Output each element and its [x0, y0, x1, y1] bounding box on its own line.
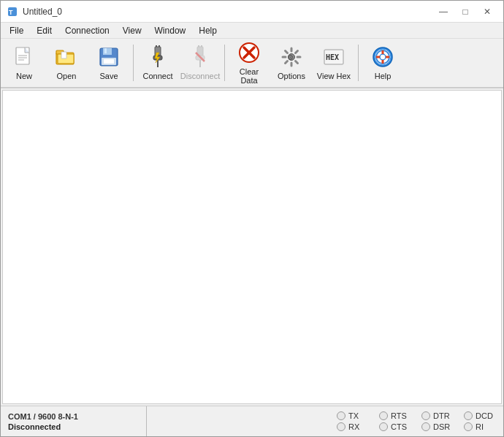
status-bar: COM1 / 9600 8-N-1 Disconnected TX RX RTS…	[1, 406, 503, 436]
rx-label: RX	[348, 422, 369, 431]
clear-data-label: Clear Data	[230, 67, 268, 85]
dtr-dsr-group: DTR DSR	[421, 411, 454, 431]
svg-rect-14	[104, 59, 114, 64]
dtr-led	[421, 411, 430, 420]
rts-led	[379, 411, 388, 420]
open-label: Open	[57, 72, 77, 80]
new-label: New	[16, 72, 32, 80]
rts-indicator-row: RTS	[379, 411, 411, 420]
rx-indicator-row: RX	[337, 422, 369, 431]
menu-help[interactable]: Help	[193, 24, 223, 37]
svg-rect-11	[103, 48, 112, 55]
dcd-ri-group: DCD RI	[464, 411, 496, 431]
menu-view[interactable]: View	[117, 24, 148, 37]
new-icon	[12, 45, 36, 69]
svg-line-37	[296, 51, 298, 53]
options-button[interactable]: ⚙ Options	[271, 41, 312, 85]
view-hex-icon: HEX	[322, 45, 345, 69]
disconnect-label: Disconnect	[180, 72, 220, 80]
connection-state: Disconnected	[8, 422, 139, 431]
svg-line-36	[296, 61, 298, 64]
dsr-indicator-row: DSR	[421, 422, 454, 431]
clear-data-button[interactable]: Clear Data	[229, 41, 270, 85]
connection-info: COM1 / 9600 8-N-1	[8, 412, 139, 421]
view-hex-label: View Hex	[317, 72, 351, 80]
close-button[interactable]: ✕	[477, 4, 497, 20]
dcd-indicator-row: DCD	[464, 411, 496, 420]
status-right: TX RX RTS CTS DTR	[147, 406, 503, 436]
dsr-label: DSR	[433, 422, 454, 431]
tx-label: TX	[348, 411, 369, 420]
svg-rect-12	[104, 48, 107, 53]
tx-led	[337, 411, 345, 420]
cts-indicator-row: CTS	[379, 422, 411, 431]
new-button[interactable]: New	[4, 41, 45, 85]
help-icon	[371, 45, 394, 69]
save-button[interactable]: Save	[88, 41, 129, 85]
rx-led	[337, 422, 345, 431]
menu-connection[interactable]: Connection	[59, 24, 115, 37]
cts-led	[379, 422, 388, 431]
title-bar-left: T Untitled_0	[7, 6, 62, 18]
options-icon: ⚙	[280, 45, 303, 69]
clear-data-icon	[237, 41, 261, 64]
toolbar: New Open Save	[1, 39, 503, 88]
svg-text:T: T	[9, 9, 13, 16]
tx-indicator-row: TX	[337, 411, 369, 420]
disconnect-button[interactable]: Disconnect	[180, 41, 221, 85]
status-left: COM1 / 9600 8-N-1 Disconnected	[1, 406, 147, 436]
menu-edit[interactable]: Edit	[31, 24, 58, 37]
cts-label: CTS	[391, 422, 411, 431]
connect-icon	[146, 45, 169, 69]
svg-text:HEX: HEX	[326, 53, 339, 61]
ri-label: RI	[476, 422, 496, 431]
menu-file[interactable]: File	[4, 24, 29, 37]
svg-text:⚙: ⚙	[287, 53, 294, 61]
connect-button[interactable]: Connect	[137, 41, 178, 85]
tx-rx-group: TX RX	[337, 411, 369, 431]
svg-point-45	[380, 54, 386, 60]
app-icon: T	[7, 6, 18, 18]
save-label: Save	[99, 72, 118, 80]
rts-label: RTS	[391, 411, 411, 420]
svg-rect-9	[61, 52, 66, 58]
title-bar: T Untitled_0 — □ ✕	[1, 1, 503, 23]
separator-1	[133, 45, 134, 81]
open-icon	[55, 45, 78, 69]
title-text: Untitled_0	[23, 7, 62, 17]
connect-label: Connect	[143, 72, 173, 80]
separator-2	[224, 45, 225, 81]
dsr-led	[421, 422, 430, 431]
menu-window[interactable]: Window	[149, 24, 192, 37]
dcd-led	[464, 411, 473, 420]
help-button[interactable]: Help	[362, 41, 403, 85]
title-bar-controls[interactable]: — □ ✕	[433, 4, 497, 20]
dcd-label: DCD	[476, 411, 496, 420]
options-label: Options	[278, 72, 305, 80]
disconnect-icon	[188, 45, 212, 69]
rts-cts-group: RTS CTS	[379, 411, 411, 431]
ri-indicator-row: RI	[464, 422, 496, 431]
main-content-area	[2, 90, 502, 404]
view-hex-button[interactable]: HEX View Hex	[313, 41, 354, 85]
dtr-label: DTR	[433, 411, 454, 420]
open-button[interactable]: Open	[46, 41, 87, 85]
minimize-button[interactable]: —	[433, 4, 454, 20]
save-icon	[97, 45, 121, 69]
ri-led	[464, 422, 473, 431]
separator-3	[358, 45, 359, 81]
maximize-button[interactable]: □	[455, 4, 476, 20]
help-label: Help	[375, 72, 392, 80]
dtr-indicator-row: DTR	[421, 411, 454, 420]
menu-bar: File Edit Connection View Window Help	[1, 23, 503, 39]
